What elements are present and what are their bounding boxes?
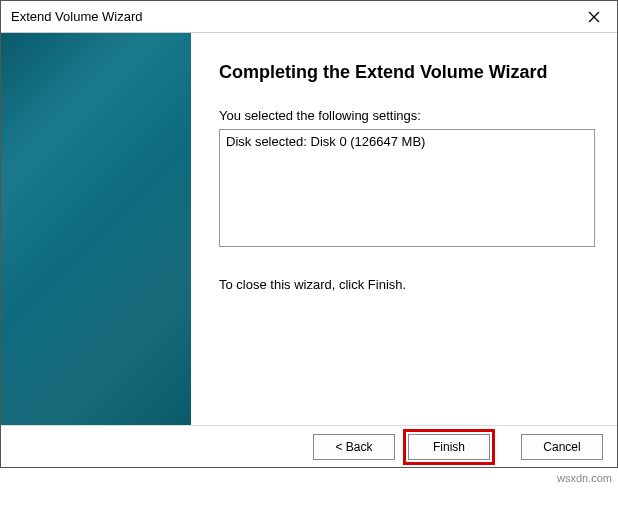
settings-summary-line: Disk selected: Disk 0 (126647 MB) [226,134,588,149]
watermark-text: wsxdn.com [557,472,612,484]
cancel-button[interactable]: Cancel [521,434,603,460]
wizard-content: Completing the Extend Volume Wizard You … [191,33,617,425]
window-title: Extend Volume Wizard [11,9,143,24]
finish-button[interactable]: Finish [408,434,490,460]
wizard-footer: < Back Finish Cancel [1,425,617,467]
titlebar: Extend Volume Wizard [1,1,617,33]
close-icon [588,11,600,23]
settings-summary-box: Disk selected: Disk 0 (126647 MB) [219,129,595,247]
close-button[interactable] [571,1,617,33]
back-button[interactable]: < Back [313,434,395,460]
wizard-sidebar-graphic [1,33,191,425]
wizard-body: Completing the Extend Volume Wizard You … [1,33,617,425]
page-title: Completing the Extend Volume Wizard [219,61,595,84]
close-instruction-text: To close this wizard, click Finish. [219,277,595,292]
settings-label: You selected the following settings: [219,108,595,123]
finish-highlight: Finish [403,429,495,465]
wizard-window: Extend Volume Wizard Completing the Exte… [0,0,618,468]
